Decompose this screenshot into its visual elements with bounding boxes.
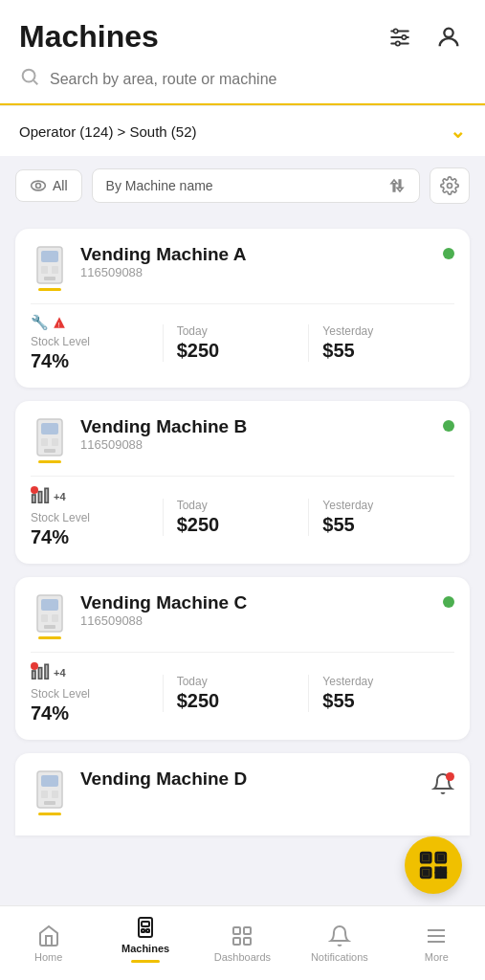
machine-stats: +4 Stock Level 74% Today $250 Yesterday … (31, 652, 454, 724)
search-input[interactable] (50, 71, 466, 88)
svg-point-7 (23, 70, 35, 82)
nav-item-more[interactable]: More (408, 924, 465, 963)
page-title: Machines (19, 19, 159, 55)
settings-button[interactable] (430, 167, 470, 204)
yesterday-stat: Yesterday $55 (308, 499, 454, 536)
breadcrumb: Operator (124) > South (52) (19, 123, 197, 140)
stock-value: 74% (31, 350, 69, 372)
stock-label: Stock Level (31, 687, 90, 701)
svg-point-11 (448, 184, 452, 189)
machine-card-header: Vending Machine C 116509088 (31, 592, 454, 640)
nav-item-home[interactable]: Home (20, 924, 77, 963)
today-stat: Today $250 (163, 499, 309, 536)
nav-item-machines[interactable]: Machines (117, 916, 174, 963)
yesterday-label: Yesterday (322, 675, 373, 688)
svg-rect-37 (41, 791, 48, 798)
status-dot (443, 420, 454, 432)
machine-name: Vending Machine A (80, 244, 247, 265)
svg-rect-52 (142, 922, 149, 926)
vending-machine-icon (31, 416, 69, 464)
sort-button[interactable]: By Machine name (92, 168, 420, 203)
vending-machine-icon (31, 592, 69, 640)
header: Machines (0, 0, 485, 55)
filter-button[interactable] (384, 21, 416, 54)
svg-rect-47 (436, 868, 440, 872)
svg-rect-58 (244, 938, 251, 945)
nav-item-notifications[interactable]: Notifications (311, 924, 368, 963)
today-label: Today (177, 499, 208, 512)
bell-alert-dot (446, 772, 454, 781)
svg-point-3 (394, 29, 398, 33)
alert-dot (31, 662, 38, 670)
status-dot (443, 248, 454, 259)
more-nav-label: More (425, 951, 449, 963)
svg-line-8 (33, 80, 37, 84)
svg-rect-28 (41, 599, 58, 611)
main-content: All By Machine name (0, 156, 485, 931)
yesterday-label: Yesterday (322, 324, 373, 338)
svg-point-5 (396, 41, 400, 45)
notifications-icon (328, 924, 351, 947)
dashboards-nav-label: Dashboards (214, 951, 271, 963)
machine-stats: +4 Stock Level 74% Today $250 Yesterday … (31, 476, 454, 548)
today-label: Today (177, 675, 208, 688)
alert-dot (31, 486, 38, 494)
yesterday-value: $55 (322, 514, 354, 536)
machine-info: Vending Machine B 116509088 (80, 416, 247, 452)
svg-rect-38 (52, 791, 58, 798)
home-nav-label: Home (34, 951, 62, 963)
machines-list: Vending Machine A 116509088 🔧 ! Stock Le… (0, 229, 485, 740)
today-value: $250 (177, 690, 220, 712)
chevron-down-icon: ⌄ (450, 120, 466, 143)
machine-id: 116509088 (80, 613, 247, 628)
machine-id: 116509088 (80, 437, 247, 452)
home-icon (37, 924, 60, 947)
plus-badge: +4 (54, 491, 66, 502)
machine-card-left: Vending Machine A 116509088 (31, 244, 247, 292)
yesterday-label: Yesterday (322, 499, 373, 512)
bottom-nav: Home Machines Dashboards Notifications (0, 905, 485, 980)
svg-rect-23 (44, 449, 55, 453)
yesterday-stat: Yesterday $55 (308, 675, 454, 712)
machine-card-left: Vending Machine B 116509088 (31, 416, 247, 464)
machine-status-bar (38, 460, 61, 463)
filter-icon (387, 25, 412, 50)
svg-point-4 (402, 34, 406, 38)
machine-card[interactable]: Vending Machine B 116509088 (15, 401, 470, 564)
today-value: $250 (177, 340, 220, 362)
view-all-button[interactable]: All (15, 169, 82, 202)
profile-icon (435, 24, 462, 51)
machine-info: Vending Machine C 116509088 (80, 592, 247, 628)
yesterday-value: $55 (322, 340, 354, 362)
nav-item-dashboards[interactable]: Dashboards (213, 924, 271, 963)
svg-rect-34 (45, 664, 48, 679)
machine-name: Vending Machine D (80, 768, 247, 790)
profile-button[interactable] (431, 20, 466, 55)
svg-rect-43 (424, 856, 428, 859)
svg-rect-32 (33, 671, 35, 679)
machine-card-header: Vending Machine B 116509088 (31, 416, 454, 464)
svg-rect-31 (44, 625, 55, 629)
machine-id: 116509088 (80, 265, 247, 279)
svg-rect-29 (41, 614, 48, 622)
svg-rect-20 (41, 423, 58, 434)
machine-card-partial[interactable]: Vending Machine D (15, 753, 470, 835)
svg-rect-13 (41, 251, 58, 262)
svg-rect-55 (233, 927, 240, 934)
svg-rect-22 (52, 438, 58, 446)
stock-value: 74% (31, 702, 69, 724)
svg-rect-21 (41, 438, 48, 446)
alert-icon: ! (53, 316, 66, 329)
stock-level-stat: 🔧 ! Stock Level 74% (31, 314, 163, 372)
qr-fab-button[interactable] (405, 836, 462, 894)
stock-level-stat: +4 Stock Level 74% (31, 486, 163, 548)
machine-card[interactable]: Vending Machine C 116509088 (15, 577, 470, 740)
machine-name: Vending Machine B (80, 416, 247, 437)
machines-icon (134, 916, 157, 939)
breadcrumb-row[interactable]: Operator (124) > South (52) ⌄ (0, 105, 485, 156)
machine-card[interactable]: Vending Machine A 116509088 🔧 ! Stock Le… (15, 229, 470, 388)
svg-rect-25 (38, 492, 41, 503)
machine-stats: 🔧 ! Stock Level 74% Today $250 Yesterday… (31, 303, 454, 372)
stock-level-stat: +4 Stock Level 74% (31, 662, 163, 724)
plus-badge: +4 (54, 667, 66, 679)
